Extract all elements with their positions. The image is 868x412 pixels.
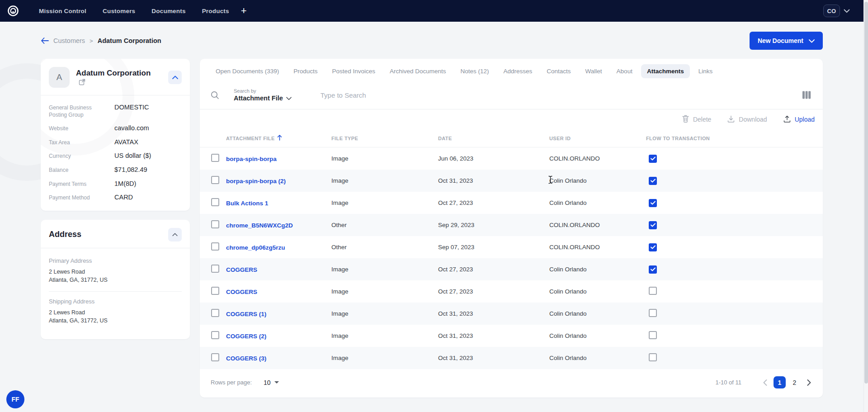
attachment-file-link[interactable]: COGGERS [226,266,257,273]
browser-scrollbar[interactable] [863,0,868,412]
customer-fields: General Business Posting Group DOMESTIC … [41,95,190,211]
column-settings-icon[interactable] [798,88,815,102]
main-nav: Mission ControlCustomersDocumentsProduct… [39,8,229,14]
attachment-file-link[interactable]: COGGERS (2) [226,333,266,340]
address-section-label: Shipping Address [49,298,182,305]
file-type-cell: Image [331,155,438,162]
back-arrow-icon[interactable] [41,38,49,44]
date-cell: Oct 27, 2023 [438,199,549,206]
page-number-button[interactable]: 2 [788,376,801,388]
column-header-file-type[interactable]: FILE TYPE [331,136,438,141]
column-header-user-id[interactable]: USER ID [549,136,646,141]
user-menu[interactable]: CO [823,5,850,17]
row-select-checkbox[interactable] [211,265,219,273]
chevron-down-icon [809,37,815,44]
search-row: Search by Attachment File [200,81,823,109]
rows-per-page-select[interactable]: 10 [264,379,279,386]
row-select-checkbox[interactable] [211,287,219,295]
open-customer-icon[interactable] [79,79,85,85]
flow-to-transaction-checkbox[interactable] [649,221,657,229]
user-initials-badge[interactable]: CO [823,5,840,17]
flow-to-transaction-checkbox[interactable] [649,287,657,295]
search-by-dropdown[interactable]: Search by Attachment File [234,88,292,102]
pagination-range: 1-10 of 11 [715,379,741,386]
file-type-cell: Image [331,177,438,184]
attachment-file-link[interactable]: borpa-spin-borpa (2) [226,178,286,185]
flow-to-transaction-checkbox[interactable] [649,243,657,251]
tab-products[interactable]: Products [288,64,323,78]
tab-archived-documents[interactable]: Archived Documents [384,64,452,78]
tab-attachments[interactable]: Attachments [641,64,690,78]
attachment-file-link[interactable]: Bulk Actions 1 [226,200,268,207]
nav-item-products[interactable]: Products [202,8,229,14]
user-id-cell: Colin Orlando [549,177,646,184]
attachment-file-link[interactable]: COGGERS (1) [226,311,266,317]
flow-to-transaction-checkbox[interactable] [649,331,657,339]
row-select-checkbox[interactable] [211,198,219,206]
attachments-panel: Open Documents (339)ProductsPosted Invoi… [200,59,823,398]
tab-links[interactable]: Links [693,64,719,78]
tab-contacts[interactable]: Contacts [541,64,576,78]
flow-to-transaction-checkbox[interactable] [649,309,657,317]
user-fab[interactable]: FF [6,390,24,408]
date-cell: Oct 27, 2023 [438,288,549,295]
flow-to-transaction-checkbox[interactable] [649,155,657,163]
address-sections: Primary Address 2 Lewes Road Atlanta, GA… [41,248,190,340]
previous-page-icon[interactable] [761,378,769,388]
row-select-checkbox[interactable] [211,309,219,317]
next-page-icon[interactable] [805,378,813,388]
attachment-file-link[interactable]: borpa-spin-borpa [226,156,277,162]
column-header-date[interactable]: DATE [438,136,549,141]
column-header-attachment-file[interactable]: ATTACHMENT FILE [226,135,331,142]
flow-to-transaction-checkbox[interactable] [649,177,657,185]
nav-item-documents[interactable]: Documents [151,8,185,14]
tab-addresses[interactable]: Addresses [498,64,538,78]
customer-field-row: Payment Terms 1M(8D) [49,180,182,188]
tab-about[interactable]: About [611,64,638,78]
scrollbar-thumb[interactable] [864,2,868,384]
search-input[interactable] [321,91,798,99]
flow-to-transaction-checkbox[interactable] [649,353,657,361]
rows-per-page-label: Rows per page: [211,379,252,386]
column-header-flow-to-transaction[interactable]: FLOW TO TRANSACTION [646,136,823,141]
new-document-button[interactable]: New Document [750,32,823,50]
file-type-cell: Image [331,266,438,273]
upload-button[interactable]: Upload [783,115,815,124]
file-type-cell: Image [331,199,438,206]
tab-notes-12[interactable]: Notes (12) [454,64,495,78]
attachment-file-link[interactable]: COGGERS [226,289,257,295]
address-line-1: 2 Lewes Road [49,308,182,317]
add-new-icon[interactable]: + [241,6,247,16]
caret-down-icon [274,381,279,384]
row-select-checkbox[interactable] [211,242,219,251]
collapse-address-card-button[interactable] [168,228,182,242]
row-select-checkbox[interactable] [211,220,219,228]
attachment-file-link[interactable]: chrome_dp06zg5rzu [226,244,285,251]
table-row: COGGERS Image Oct 27, 2023 Colin Orlando [200,258,823,280]
collapse-customer-card-button[interactable] [168,71,182,84]
row-select-checkbox[interactable] [211,176,219,184]
row-select-checkbox[interactable] [211,353,219,361]
customer-field-row: Balance $71,082.49 [49,166,182,174]
row-select-checkbox[interactable] [211,331,219,339]
row-select-checkbox[interactable] [211,154,219,162]
download-button[interactable]: Download [727,115,767,124]
page-number-button[interactable]: 1 [774,376,786,388]
attachment-file-link[interactable]: COGGERS (3) [226,355,266,362]
flow-to-transaction-checkbox[interactable] [649,265,657,274]
app-logo-icon[interactable] [7,5,19,17]
tab-open-documents-339[interactable]: Open Documents (339) [210,64,285,78]
date-cell: Jun 06, 2023 [438,155,549,162]
top-navbar: Mission ControlCustomersDocumentsProduct… [0,0,868,22]
customer-field-row: Tax Area AVATAX [49,138,182,147]
tab-wallet[interactable]: Wallet [580,64,608,78]
breadcrumb-customers-link[interactable]: Customers [53,37,85,44]
delete-button[interactable]: Delete [682,115,711,124]
tab-posted-invoices[interactable]: Posted Invoices [326,64,381,78]
attachment-file-link[interactable]: chrome_B5N6WXCg2D [226,222,293,229]
nav-item-customers[interactable]: Customers [103,8,135,14]
search-by-value: Attachment File [234,95,283,102]
nav-item-mission-control[interactable]: Mission Control [39,8,86,14]
pager: 12 [761,376,813,388]
flow-to-transaction-checkbox[interactable] [649,199,657,207]
